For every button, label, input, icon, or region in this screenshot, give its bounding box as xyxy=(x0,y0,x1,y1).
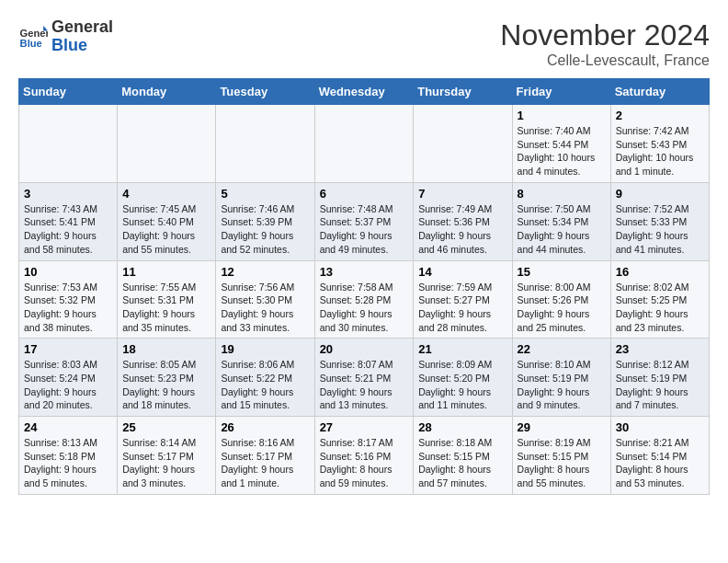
weekday-header-friday: Friday xyxy=(512,79,610,105)
calendar-cell: 27Sunrise: 8:17 AM Sunset: 5:16 PM Dayli… xyxy=(314,417,414,495)
day-info: Sunrise: 7:56 AM Sunset: 5:30 PM Dayligh… xyxy=(221,281,309,335)
calendar-cell: 13Sunrise: 7:58 AM Sunset: 5:28 PM Dayli… xyxy=(314,260,414,339)
weekday-header-tuesday: Tuesday xyxy=(216,79,314,105)
weekday-header-thursday: Thursday xyxy=(414,79,512,105)
logo-icon: General Blue xyxy=(18,22,48,52)
day-number: 13 xyxy=(320,265,409,279)
calendar-cell: 18Sunrise: 8:05 AM Sunset: 5:23 PM Dayli… xyxy=(118,339,216,417)
svg-text:Blue: Blue xyxy=(20,38,42,49)
day-info: Sunrise: 8:00 AM Sunset: 5:26 PM Dayligh… xyxy=(518,281,606,335)
calendar-cell: 21Sunrise: 8:09 AM Sunset: 5:20 PM Dayli… xyxy=(414,339,512,417)
day-info: Sunrise: 7:45 AM Sunset: 5:40 PM Dayligh… xyxy=(122,202,210,257)
calendar-cell: 11Sunrise: 7:55 AM Sunset: 5:31 PM Dayli… xyxy=(118,260,216,339)
month-title: November 2024 xyxy=(500,18,710,52)
day-info: Sunrise: 7:43 AM Sunset: 5:41 PM Dayligh… xyxy=(24,202,112,257)
day-number: 10 xyxy=(24,265,112,279)
calendar-cell: 29Sunrise: 8:19 AM Sunset: 5:15 PM Dayli… xyxy=(512,417,610,495)
day-number: 4 xyxy=(122,187,210,201)
calendar-cell xyxy=(414,105,512,183)
weekday-header-saturday: Saturday xyxy=(610,79,709,105)
day-number: 15 xyxy=(518,265,606,279)
day-info: Sunrise: 7:49 AM Sunset: 5:36 PM Dayligh… xyxy=(418,202,506,257)
calendar-week-row: 24Sunrise: 8:13 AM Sunset: 5:18 PM Dayli… xyxy=(19,417,710,495)
day-number: 23 xyxy=(616,342,704,356)
day-number: 20 xyxy=(320,342,409,356)
day-number: 27 xyxy=(320,420,409,434)
day-number: 25 xyxy=(122,420,210,434)
day-info: Sunrise: 8:17 AM Sunset: 5:16 PM Dayligh… xyxy=(320,436,409,490)
day-info: Sunrise: 8:13 AM Sunset: 5:18 PM Dayligh… xyxy=(24,436,112,490)
day-number: 12 xyxy=(221,265,309,279)
calendar-cell xyxy=(19,105,118,183)
day-number: 14 xyxy=(418,265,506,279)
calendar-cell: 14Sunrise: 7:59 AM Sunset: 5:27 PM Dayli… xyxy=(414,260,512,339)
day-number: 6 xyxy=(320,187,409,201)
location-subtitle: Celle-Levescault, France xyxy=(500,52,710,69)
calendar-cell: 12Sunrise: 7:56 AM Sunset: 5:30 PM Dayli… xyxy=(216,260,314,339)
day-number: 11 xyxy=(122,265,210,279)
day-info: Sunrise: 8:21 AM Sunset: 5:14 PM Dayligh… xyxy=(616,436,704,490)
calendar-cell: 1Sunrise: 7:40 AM Sunset: 5:44 PM Daylig… xyxy=(512,105,610,183)
day-number: 18 xyxy=(122,342,210,356)
day-info: Sunrise: 7:59 AM Sunset: 5:27 PM Dayligh… xyxy=(418,281,506,335)
day-number: 2 xyxy=(616,109,704,122)
calendar-week-row: 3Sunrise: 7:43 AM Sunset: 5:41 PM Daylig… xyxy=(19,182,710,260)
weekday-header-wednesday: Wednesday xyxy=(314,79,414,105)
day-info: Sunrise: 8:14 AM Sunset: 5:17 PM Dayligh… xyxy=(122,436,210,490)
day-number: 24 xyxy=(24,420,112,434)
day-info: Sunrise: 8:10 AM Sunset: 5:19 PM Dayligh… xyxy=(518,358,606,412)
header: General Blue General Blue November 2024 … xyxy=(18,18,710,69)
day-number: 16 xyxy=(616,265,704,279)
calendar-cell: 8Sunrise: 7:50 AM Sunset: 5:34 PM Daylig… xyxy=(512,182,610,260)
weekday-header-sunday: Sunday xyxy=(19,79,118,105)
title-block: November 2024 Celle-Levescault, France xyxy=(500,18,710,69)
calendar-cell: 20Sunrise: 8:07 AM Sunset: 5:21 PM Dayli… xyxy=(314,339,414,417)
day-number: 8 xyxy=(518,187,606,201)
calendar-cell: 19Sunrise: 8:06 AM Sunset: 5:22 PM Dayli… xyxy=(216,339,314,417)
day-info: Sunrise: 8:12 AM Sunset: 5:19 PM Dayligh… xyxy=(616,358,704,412)
calendar-cell: 10Sunrise: 7:53 AM Sunset: 5:32 PM Dayli… xyxy=(19,260,118,339)
calendar-table: SundayMondayTuesdayWednesdayThursdayFrid… xyxy=(18,78,710,495)
day-info: Sunrise: 8:02 AM Sunset: 5:25 PM Dayligh… xyxy=(616,281,704,335)
calendar-body: 1Sunrise: 7:40 AM Sunset: 5:44 PM Daylig… xyxy=(19,105,710,495)
day-number: 9 xyxy=(616,187,704,201)
day-info: Sunrise: 8:07 AM Sunset: 5:21 PM Dayligh… xyxy=(320,358,409,412)
calendar-cell: 16Sunrise: 8:02 AM Sunset: 5:25 PM Dayli… xyxy=(610,260,709,339)
day-info: Sunrise: 8:16 AM Sunset: 5:17 PM Dayligh… xyxy=(221,436,309,490)
day-info: Sunrise: 7:50 AM Sunset: 5:34 PM Dayligh… xyxy=(518,202,606,257)
day-number: 3 xyxy=(24,187,112,201)
day-info: Sunrise: 8:18 AM Sunset: 5:15 PM Dayligh… xyxy=(418,436,506,490)
calendar-cell xyxy=(314,105,414,183)
day-info: Sunrise: 8:03 AM Sunset: 5:24 PM Dayligh… xyxy=(24,358,112,412)
logo-general: General xyxy=(51,17,113,36)
day-number: 30 xyxy=(616,420,704,434)
day-info: Sunrise: 8:19 AM Sunset: 5:15 PM Dayligh… xyxy=(518,436,606,490)
day-number: 7 xyxy=(418,187,506,201)
day-info: Sunrise: 7:48 AM Sunset: 5:37 PM Dayligh… xyxy=(320,202,409,257)
calendar-cell: 15Sunrise: 8:00 AM Sunset: 5:26 PM Dayli… xyxy=(512,260,610,339)
day-info: Sunrise: 8:06 AM Sunset: 5:22 PM Dayligh… xyxy=(221,358,309,412)
calendar-cell: 6Sunrise: 7:48 AM Sunset: 5:37 PM Daylig… xyxy=(314,182,414,260)
calendar-cell xyxy=(118,105,216,183)
day-info: Sunrise: 7:53 AM Sunset: 5:32 PM Dayligh… xyxy=(24,281,112,335)
day-number: 21 xyxy=(418,342,506,356)
calendar-cell: 17Sunrise: 8:03 AM Sunset: 5:24 PM Dayli… xyxy=(19,339,118,417)
calendar-cell xyxy=(216,105,314,183)
day-number: 17 xyxy=(24,342,112,356)
day-number: 19 xyxy=(221,342,309,356)
day-number: 28 xyxy=(418,420,506,434)
calendar-cell: 23Sunrise: 8:12 AM Sunset: 5:19 PM Dayli… xyxy=(610,339,709,417)
day-info: Sunrise: 7:52 AM Sunset: 5:33 PM Dayligh… xyxy=(616,202,704,257)
logo: General Blue General Blue xyxy=(18,18,113,55)
logo-blue: Blue xyxy=(51,36,87,54)
calendar-week-row: 10Sunrise: 7:53 AM Sunset: 5:32 PM Dayli… xyxy=(19,260,710,339)
calendar-cell: 4Sunrise: 7:45 AM Sunset: 5:40 PM Daylig… xyxy=(118,182,216,260)
calendar-cell: 28Sunrise: 8:18 AM Sunset: 5:15 PM Dayli… xyxy=(414,417,512,495)
day-number: 5 xyxy=(221,187,309,201)
calendar-cell: 30Sunrise: 8:21 AM Sunset: 5:14 PM Dayli… xyxy=(610,417,709,495)
day-number: 29 xyxy=(518,420,606,434)
day-info: Sunrise: 7:42 AM Sunset: 5:43 PM Dayligh… xyxy=(616,124,704,178)
calendar-week-row: 17Sunrise: 8:03 AM Sunset: 5:24 PM Dayli… xyxy=(19,339,710,417)
calendar-cell: 5Sunrise: 7:46 AM Sunset: 5:39 PM Daylig… xyxy=(216,182,314,260)
day-info: Sunrise: 7:40 AM Sunset: 5:44 PM Dayligh… xyxy=(518,124,606,178)
